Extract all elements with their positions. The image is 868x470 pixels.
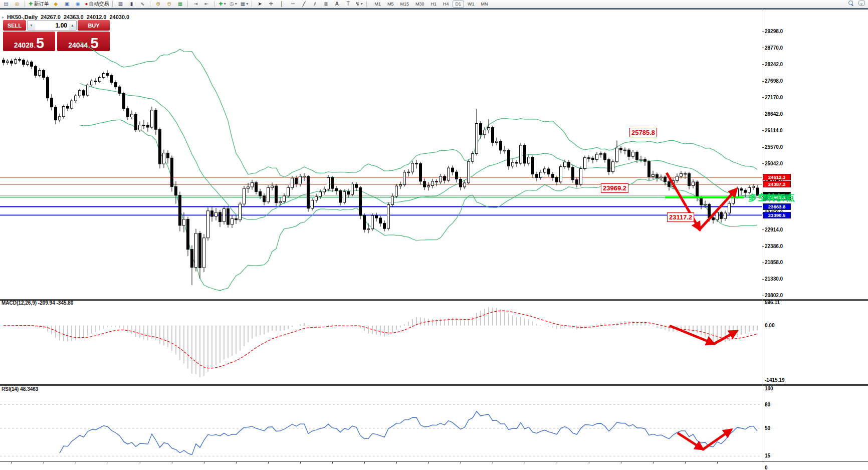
timeframe-h4[interactable]: H4 [440,1,452,8]
tile-windows-icon[interactable]: ▦ [175,1,185,8]
price-axis-tick: 22386.0 [765,244,783,249]
new-order-button[interactable]: ✚新订单 [28,1,50,8]
annotation-note-text[interactable]: 多空转折点 [748,192,796,203]
bar-chart-icon[interactable]: ▥ [115,1,125,8]
timeframe-d1[interactable]: D1 [453,1,465,8]
swing-high-label[interactable]: 25785.8 [629,128,657,137]
templates-icon[interactable]: ▦▾ [239,1,249,8]
timeframe-m30[interactable]: M30 [412,1,427,8]
zoom-in-icon[interactable]: ⊕ [153,1,163,8]
timeframe-mn[interactable]: MN [478,1,491,8]
price-axis-tick: 27170.0 [765,95,783,100]
rsi-line [60,411,757,455]
rsi-pane-canvas[interactable] [0,10,762,470]
chart-window-icon[interactable]: ▤ [1,1,11,8]
date-tick-mark [236,462,237,463]
text-label-icon[interactable]: T [343,1,353,8]
date-tick-mark [525,462,525,463]
new-order-button-glyph: ✚ [29,2,33,7]
price-axis-tick: 22914.0 [765,227,783,232]
toolbar-separator [112,1,113,7]
dropdown-arrow-icon: ▾ [246,2,248,7]
rsi-scale-label: 0 [765,465,768,470]
swing-low-label[interactable]: 23117.2 [667,212,694,222]
auto-scroll-icon[interactable]: ⇥ [190,1,200,8]
candlestick-chart-icon[interactable]: ▮ [126,1,136,8]
strategy-tester-icon[interactable]: ▣ [62,1,72,8]
auto-scroll-icon-glyph: ⇥ [193,2,197,7]
date-tick-mark [140,462,140,463]
mt4-window: ▤◎✚新订单◆▣◉●自动交易▥▮∿⊕⊖▦⇥⇤✚▾◷▾▦▾➤✛│─╱⫽≣AT↯▾M… [0,0,868,470]
rsi-scale-label: 100 [765,386,773,391]
cursor-icon[interactable]: ➤ [255,1,265,8]
horizontal-line-icon[interactable]: ─ [288,1,298,8]
macd-scale-label: 596.11 [765,300,780,305]
price-axis-tick: 21330.0 [765,276,783,282]
price-axis-tick: 27698.0 [765,78,783,84]
chart-shift-icon[interactable]: ⇤ [201,1,211,8]
up-arrow-rsi[interactable] [702,430,730,450]
axis-tick-mark [762,81,764,82]
price-axis-tick: 20802.0 [765,293,783,298]
date-tick-mark [717,462,718,463]
timeframe-h1[interactable]: H1 [428,1,440,8]
add-indicator-icon[interactable]: ✚▾ [217,1,227,8]
date-tick-mark [396,462,397,463]
trendline-icon-glyph: ╱ [302,2,305,7]
down-arrow-rsi[interactable] [678,433,702,448]
zoom-out-icon[interactable]: ⊖ [164,1,174,8]
timeframe-m1[interactable]: M1 [371,1,384,8]
dropdown-arrow-icon: ▾ [361,2,363,7]
horizontal-line-icon-glyph: ─ [291,2,295,7]
signals-icon[interactable]: ◉ [73,1,83,8]
rsi-scale-label: 15 [765,453,770,458]
date-tick-mark [493,462,493,463]
timeframe-bar: M1M5M15M30H1H4D1W1MN [371,1,491,8]
axis-tick-mark [762,147,764,148]
strategy-tester-icon-glyph: ▣ [65,2,69,7]
price-badge-24612.3: 24612.3 [763,174,791,180]
macd-pane-splitter[interactable] [0,299,868,301]
crosshair-icon[interactable]: ✛ [266,1,276,8]
macd-label: MACD(12,26,9) -209.94 -345.80 [2,300,73,306]
dropdown-arrow-icon: ▾ [235,2,237,7]
data-preview-icon[interactable]: ◎ [12,1,22,8]
toolbar-separator [252,1,252,7]
chat-icon[interactable] [858,1,865,6]
arrows-icon[interactable]: ↯▾ [354,1,364,8]
periods-icon[interactable]: ◷▾ [228,1,238,8]
signals-icon-glyph: ◉ [76,2,80,7]
line-chart-icon[interactable]: ∿ [137,1,147,8]
text-icon[interactable]: A [332,1,342,8]
date-tick-mark [332,462,333,463]
toolbar-right-icons [848,1,865,6]
axis-tick-mark [762,48,764,48]
trendline-icon[interactable]: ╱ [299,1,309,8]
metaeditor-icon-glyph: ◆ [54,2,58,7]
timeframe-w1[interactable]: W1 [465,1,478,8]
tile-windows-icon-glyph: ▦ [178,2,182,7]
support-price-label[interactable]: 23969.2 [601,183,628,193]
metaeditor-icon[interactable]: ◆ [51,1,61,8]
toolbar-separator [214,1,214,7]
fibonacci-icon[interactable]: ≣ [321,1,331,8]
date-tick-mark [589,462,589,463]
vertical-line-icon[interactable]: │ [277,1,287,8]
date-tick-mark [364,462,365,463]
chart-shift-icon-glyph: ⇤ [204,2,208,7]
text-icon-glyph: A [335,2,339,7]
axis-tick-mark [762,246,764,247]
date-tick-mark [204,462,204,463]
autotrading-button-glyph: ● [85,2,88,7]
search-icon[interactable] [848,1,853,6]
price-axis-tick: 26114.0 [765,128,783,133]
timeframe-m15[interactable]: M15 [397,1,412,8]
rsi-pane-splitter[interactable] [0,384,868,386]
autotrading-button[interactable]: ●自动交易 [84,1,110,8]
axis-tick-mark [762,32,764,32]
add-indicator-icon-glyph: ✚ [219,2,223,7]
date-tick-mark [300,462,301,463]
crosshair-icon-glyph: ✛ [269,2,273,7]
equidistant-channel-icon[interactable]: ⫽ [310,1,320,8]
timeframe-m5[interactable]: M5 [384,1,397,8]
